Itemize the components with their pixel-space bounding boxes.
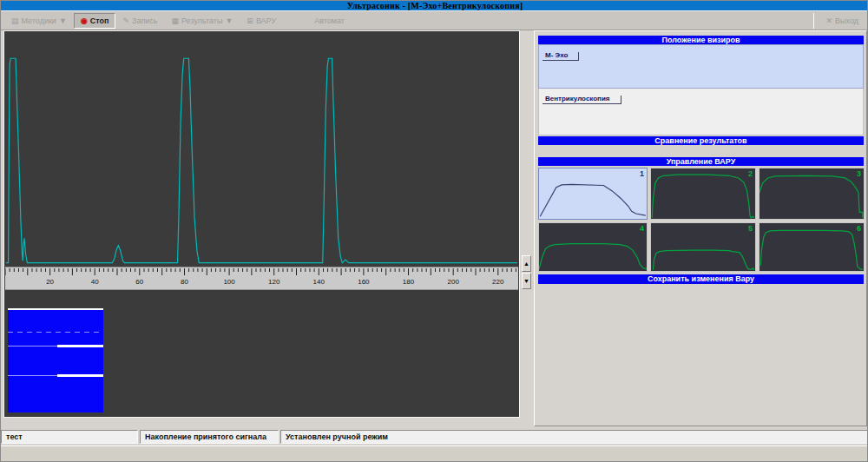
svg-text:100: 100 xyxy=(223,278,235,286)
svg-text:160: 160 xyxy=(358,278,370,286)
varu-row-2: 4 5 6 xyxy=(538,222,865,272)
results-button[interactable]: ▦ Результаты ▼ xyxy=(165,13,240,29)
echo-line-mid-right xyxy=(57,345,103,347)
svg-text:180: 180 xyxy=(403,278,415,286)
varu-panel-1[interactable]: 1 xyxy=(538,168,648,220)
visors-header: Положение визиров xyxy=(538,36,864,44)
ventriculoscopy-image xyxy=(8,308,103,412)
varu-panel-5[interactable]: 5 xyxy=(650,222,756,272)
echo-line-low-right xyxy=(57,374,103,377)
stop-icon: ◉ xyxy=(81,16,88,25)
varu-icon: ⊞ xyxy=(247,16,253,25)
echo-chart-panel: 20406080100120140160180200220 xyxy=(3,30,520,418)
svg-text:120: 120 xyxy=(268,278,280,286)
varu-row-1: 1 2 3 xyxy=(538,168,865,220)
status-patient: тест xyxy=(1,430,138,444)
m-echo-waveform xyxy=(6,33,517,264)
exit-icon: ✕ xyxy=(826,16,833,25)
record-button[interactable]: ✎ Запись xyxy=(115,13,164,29)
chevron-down-icon: ▼ xyxy=(225,16,233,25)
app-title: Ультрасоник - xyxy=(347,1,408,10)
scroll-up-button[interactable]: ▲ xyxy=(522,255,531,272)
chevron-down-icon: ▼ xyxy=(59,16,67,25)
x-axis-ruler: 20406080100120140160180200220 xyxy=(5,267,518,290)
compare-results-button[interactable]: Сравнение результатов xyxy=(538,136,864,145)
main-toolbar: ▤ Методики ▼ ◉ Стоп ✎ Запись ▦ Результат… xyxy=(1,10,868,30)
record-icon: ✎ xyxy=(122,16,129,25)
results-icon: ▦ xyxy=(172,16,180,25)
methods-icon: ▤ xyxy=(11,16,19,25)
echo-line-mid-left xyxy=(8,346,57,346)
varu-control-header: Управление ВАРУ xyxy=(538,157,864,166)
varu-grid: 1 2 3 4 5 6 xyxy=(538,168,865,274)
auto-button[interactable]: Автомат xyxy=(307,13,352,29)
svg-text:200: 200 xyxy=(448,278,460,286)
svg-text:220: 220 xyxy=(492,278,504,286)
status-mode: Установлен ручной режим xyxy=(280,430,868,444)
svg-text:80: 80 xyxy=(181,278,188,286)
varu-panel-4[interactable]: 4 xyxy=(538,222,648,272)
save-varu-button[interactable]: Сохранить изменения Вару xyxy=(538,274,864,284)
varu-panel-2[interactable]: 2 xyxy=(650,168,756,220)
exit-button[interactable]: ✕ Выход xyxy=(819,13,865,29)
svg-text:140: 140 xyxy=(313,278,326,286)
status-signal: Накопление принятого сигнала xyxy=(140,430,279,444)
tab-ventriculoscopy[interactable]: Вентрикулоскопия xyxy=(542,96,621,104)
methods-button[interactable]: ▤ Методики ▼ xyxy=(4,13,74,29)
echo-line-low-left xyxy=(8,375,57,376)
tab-mecho[interactable]: М- Эхо xyxy=(542,52,579,61)
scroll-up-icon: ▲ xyxy=(523,261,529,267)
stop-button[interactable]: ◉ Стоп xyxy=(74,13,116,29)
bottom-panel xyxy=(1,446,868,462)
document-title: [М-Эхо+Вентрикулоскопия] xyxy=(408,1,523,10)
control-panel: Положение визиров М- Эхо Вентрикулоскопи… xyxy=(534,30,867,426)
vent-visor-box: Вентрикулоскопия xyxy=(538,89,864,135)
toolbar-separator xyxy=(813,13,814,29)
mecho-visor-box: М- Эхо xyxy=(538,44,864,89)
scroll-down-icon: ▼ xyxy=(523,278,529,284)
svg-text:20: 20 xyxy=(46,278,54,286)
echo-line-faint xyxy=(8,332,103,333)
scroll-down-button[interactable]: ▼ xyxy=(522,273,531,289)
varu-button[interactable]: ⊞ ВАРУ xyxy=(240,13,283,29)
varu-panel-3[interactable]: 3 xyxy=(759,168,865,220)
svg-text:40: 40 xyxy=(91,278,99,286)
status-bar: тест Накопление принятого сигнала Устано… xyxy=(1,430,868,444)
svg-text:60: 60 xyxy=(135,278,143,286)
varu-panel-6[interactable]: 6 xyxy=(759,222,865,272)
scroll-strip: ▲ ▼ xyxy=(521,30,532,418)
window-titlebar: Ультрасоник - [М-Эхо+Вентрикулоскопия] xyxy=(1,1,868,10)
